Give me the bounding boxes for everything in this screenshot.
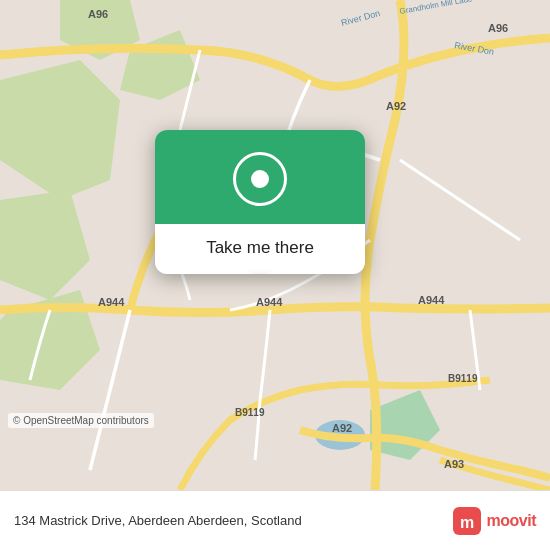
map-container: A96 A96 A92 A92 A944 A944 A944 B9119 B91… — [0, 0, 550, 490]
svg-text:A92: A92 — [386, 100, 406, 112]
take-me-there-button[interactable]: Take me there — [188, 224, 332, 274]
svg-text:A96: A96 — [88, 8, 108, 20]
svg-text:A93: A93 — [444, 458, 464, 470]
svg-text:B9119: B9119 — [448, 373, 478, 384]
address-text: 134 Mastrick Drive, Aberdeen Aberdeen, S… — [14, 513, 453, 528]
location-pin-icon — [233, 152, 287, 206]
svg-text:A92: A92 — [332, 422, 352, 434]
svg-text:A944: A944 — [256, 296, 283, 308]
moovit-logo: m moovit — [453, 507, 536, 535]
navigation-popup: Take me there — [155, 130, 365, 274]
svg-text:A944: A944 — [98, 296, 125, 308]
moovit-icon: m — [453, 507, 481, 535]
moovit-label: moovit — [487, 512, 536, 530]
pin-center — [251, 170, 269, 188]
svg-text:B9119: B9119 — [235, 407, 265, 418]
svg-text:A944: A944 — [418, 294, 445, 306]
copyright-text: © OpenStreetMap contributors — [8, 413, 154, 428]
popup-header — [155, 130, 365, 224]
bottom-bar: 134 Mastrick Drive, Aberdeen Aberdeen, S… — [0, 490, 550, 550]
svg-text:A96: A96 — [488, 22, 508, 34]
svg-text:m: m — [459, 514, 473, 531]
